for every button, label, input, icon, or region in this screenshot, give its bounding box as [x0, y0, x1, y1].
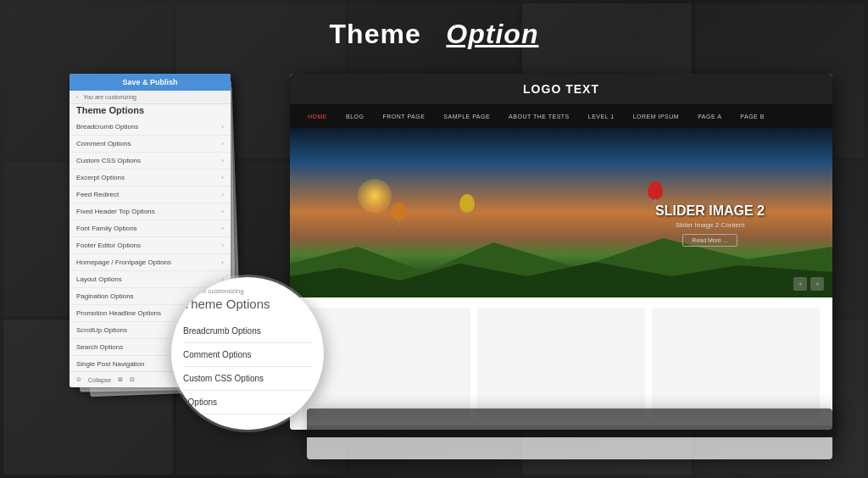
hero-title: SLIDER IMAGE 2 — [655, 203, 765, 219]
chevron-icon: › — [221, 242, 224, 249]
nav-item-blog[interactable]: BLOG — [341, 110, 369, 123]
browser-corner-icons: ✦ ✦ — [793, 277, 824, 291]
magnify-item-1[interactable]: Breadcrumb Options — [183, 320, 312, 343]
balloon-left — [392, 203, 407, 221]
collapse-label[interactable]: Collapse — [88, 377, 111, 383]
panel-header: Save & Publish — [70, 74, 231, 91]
magnify-circle: You are customizing Theme Options Breadc… — [171, 277, 324, 430]
menu-item-comment[interactable]: Comment Options › — [70, 136, 231, 153]
content-col-2 — [477, 308, 645, 420]
browser-window: LOGO TEXT HOME BLOG FRONT PAGE SAMPLE PA… — [290, 74, 832, 430]
browser-nav: HOME BLOG FRONT PAGE SAMPLE PAGE ABOUT T… — [290, 104, 832, 128]
menu-item-footer[interactable]: Footer Editor Options › — [70, 237, 231, 254]
nav-item-sample[interactable]: SAMPLE PAGE — [438, 110, 495, 123]
chevron-icon: › — [221, 225, 224, 232]
panel-title: Theme Options — [70, 104, 231, 119]
browser-header: LOGO TEXT — [290, 74, 832, 104]
bottom-browser-nav — [307, 425, 832, 437]
title-area: Theme Option — [0, 0, 868, 65]
nav-item-pageb[interactable]: PAGE B — [735, 110, 770, 123]
breadcrumb-text: You are customizing — [83, 94, 136, 100]
chevron-icon: › — [221, 174, 224, 181]
chevron-icon: › — [221, 208, 224, 215]
back-arrow-icon[interactable]: ‹ — [76, 94, 78, 100]
menu-item-font[interactable]: Font Family Options › — [70, 220, 231, 237]
content-row — [303, 308, 820, 420]
bottom-browser-bar — [307, 409, 832, 425]
menu-item-breadcrumb[interactable]: Breadcrumb Options › — [70, 119, 231, 136]
menu-item-css[interactable]: Custom CSS Options › — [70, 153, 231, 170]
hero-read-more-button[interactable]: Read More ... — [682, 234, 737, 247]
nav-item-front[interactable]: FRONT PAGE — [377, 110, 430, 123]
balloon-center — [459, 194, 475, 213]
sun-glow — [358, 179, 392, 213]
content-section: Save & Publish ‹ You are customizing The… — [53, 65, 815, 455]
chevron-icon: › — [221, 157, 224, 164]
page-title: Theme Option — [0, 19, 868, 50]
magnify-inner: You are customizing Theme Options Breadc… — [171, 277, 324, 425]
corner-icon-2[interactable]: ✦ — [810, 277, 824, 291]
content-col-3 — [652, 308, 820, 420]
browser-hero: SLIDER IMAGE 2 Slider Image 2 Content Re… — [290, 128, 832, 297]
nav-item-lorem[interactable]: LOREM IPSUM — [628, 110, 685, 123]
chevron-icon: › — [221, 140, 224, 147]
chevron-icon: › — [221, 258, 224, 266]
content-col-1 — [303, 308, 470, 420]
panel-icon-2: ⊟ — [130, 376, 135, 383]
nav-item-level[interactable]: LEVEL 1 — [583, 110, 620, 123]
nav-item-home[interactable]: HOME — [303, 110, 332, 123]
menu-item-homepage[interactable]: Homepage / Frontpage Options › — [70, 254, 231, 271]
magnify-item-4[interactable]: t Options — [183, 391, 312, 414]
chevron-icon: › — [221, 191, 224, 198]
hero-subtitle: Slider Image 2 Content — [655, 221, 765, 229]
magnify-title: Theme Options — [183, 297, 312, 311]
menu-item-feed[interactable]: Feed Redirect › — [70, 186, 231, 203]
browser-logo: LOGO TEXT — [300, 82, 822, 96]
balloon-right — [648, 181, 663, 200]
menu-item-fixed-header[interactable]: Fixed Header Top Options › — [70, 203, 231, 220]
menu-item-excerpt[interactable]: Excerpt Options › — [70, 170, 231, 186]
panel-breadcrumb: ‹ You are customizing — [70, 91, 231, 104]
title-underline: Option — [446, 19, 538, 49]
collapse-icon: ⊙ — [76, 376, 81, 383]
main-container: Theme Option Save & Publish ‹ You are cu… — [0, 0, 868, 478]
magnify-item-3[interactable]: Custom CSS Options — [183, 367, 312, 391]
magnify-item-2[interactable]: Comment Options — [183, 343, 312, 367]
nav-item-pagea[interactable]: PAGE A — [693, 110, 726, 123]
browser-window-bottom — [307, 409, 832, 459]
panel-icon-1: ⊞ — [118, 376, 123, 383]
title-main: Theme — [330, 19, 421, 49]
hero-text: SLIDER IMAGE 2 Slider Image 2 Content Re… — [655, 203, 765, 247]
nav-item-about[interactable]: ABOUT THE TESTS — [504, 110, 575, 123]
menu-item-layout[interactable]: Layout Options › — [70, 271, 231, 288]
corner-icon-1[interactable]: ✦ — [793, 277, 807, 291]
chevron-icon: › — [221, 123, 224, 131]
